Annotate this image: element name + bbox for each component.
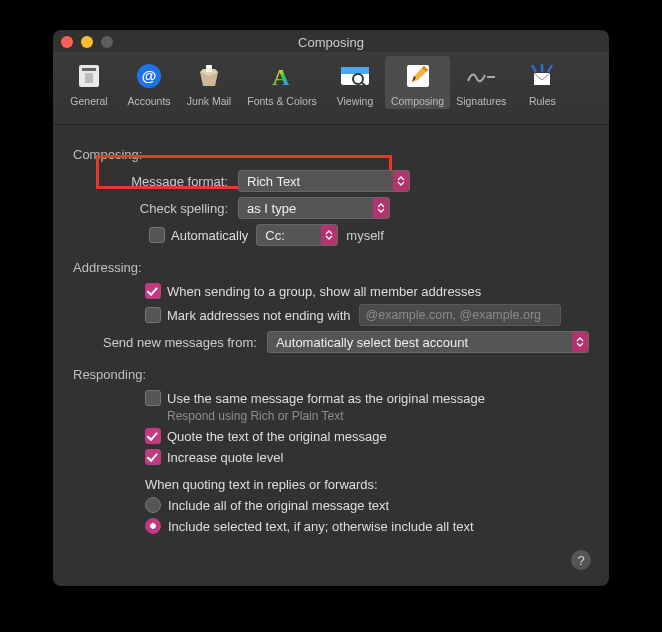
include-all-label: Include all of the original message text <box>168 498 389 513</box>
svg-rect-5 <box>206 65 212 72</box>
tab-fonts-colors[interactable]: A Fonts & Colors <box>239 56 325 109</box>
preferences-toolbar: General @ Accounts Junk Mail A Fonts & C… <box>53 52 609 125</box>
viewing-icon <box>339 60 371 92</box>
cc-value: Cc: <box>265 228 285 243</box>
mark-addresses-checkbox[interactable] <box>145 307 161 323</box>
tab-label: Viewing <box>337 95 374 107</box>
svg-rect-8 <box>341 67 369 74</box>
same-format-hint: Respond using Rich or Plain Text <box>167 409 344 423</box>
message-format-value: Rich Text <box>247 174 300 189</box>
check-spelling-popup[interactable]: as I type <box>238 197 390 219</box>
group-addresses-checkbox[interactable] <box>145 283 161 299</box>
quote-text-checkbox[interactable] <box>145 428 161 444</box>
same-format-checkbox[interactable] <box>145 390 161 406</box>
popup-arrows-icon <box>393 171 409 191</box>
tab-label: Signatures <box>456 95 506 107</box>
junk-mail-icon <box>193 60 225 92</box>
tab-signatures[interactable]: Signatures <box>450 56 512 109</box>
svg-rect-2 <box>85 73 93 83</box>
help-button[interactable]: ? <box>571 550 591 570</box>
rules-icon <box>526 60 558 92</box>
minimize-button[interactable] <box>81 36 93 48</box>
svg-text:@: @ <box>142 67 157 84</box>
cc-popup[interactable]: Cc: <box>256 224 338 246</box>
tab-label: Composing <box>391 95 444 107</box>
popup-arrows-icon <box>572 332 588 352</box>
tab-label: Fonts & Colors <box>247 95 316 107</box>
automatically-label: Automatically <box>171 228 248 243</box>
include-selected-radio[interactable] <box>145 518 161 534</box>
svg-rect-1 <box>82 68 96 71</box>
myself-label: myself <box>346 228 384 243</box>
tab-composing[interactable]: Composing <box>385 56 450 109</box>
fonts-colors-icon: A <box>266 60 298 92</box>
group-addresses-label: When sending to a group, show all member… <box>167 284 481 299</box>
tab-label: Accounts <box>127 95 170 107</box>
tab-general[interactable]: General <box>59 56 119 109</box>
close-button[interactable] <box>61 36 73 48</box>
section-responding: Responding: <box>73 367 589 382</box>
zoom-button[interactable] <box>101 36 113 48</box>
same-format-label: Use the same message format as the origi… <box>167 391 485 406</box>
include-selected-label: Include selected text, if any; otherwise… <box>168 519 474 534</box>
tab-label: Junk Mail <box>187 95 231 107</box>
general-icon <box>73 60 105 92</box>
message-format-popup[interactable]: Rich Text <box>238 170 410 192</box>
tab-accounts[interactable]: @ Accounts <box>119 56 179 109</box>
popup-arrows-icon <box>373 198 389 218</box>
send-from-popup[interactable]: Automatically select best account <box>267 331 589 353</box>
quoting-header: When quoting text in replies or forwards… <box>145 477 378 492</box>
window-title: Composing <box>53 32 609 50</box>
check-spelling-value: as I type <box>247 201 296 216</box>
increase-quote-checkbox[interactable] <box>145 449 161 465</box>
popup-arrows-icon <box>321 225 337 245</box>
message-format-label: Message format: <box>73 174 238 189</box>
tab-label: General <box>70 95 107 107</box>
tab-label: Rules <box>529 95 556 107</box>
accounts-icon: @ <box>133 60 165 92</box>
tab-rules[interactable]: Rules <box>512 56 572 109</box>
tab-viewing[interactable]: Viewing <box>325 56 385 109</box>
section-addressing: Addressing: <box>73 260 589 275</box>
signatures-icon <box>465 60 497 92</box>
svg-text:A: A <box>272 64 290 90</box>
quote-text-label: Quote the text of the original message <box>167 429 387 444</box>
increase-quote-label: Increase quote level <box>167 450 283 465</box>
check-spelling-label: Check spelling: <box>73 201 238 216</box>
mark-addresses-placeholder: @example.com, @example.org <box>366 308 541 322</box>
preferences-body: Composing: Message format: Rich Text Che… <box>53 125 609 534</box>
send-from-label: Send new messages from: <box>73 335 267 350</box>
tab-junk-mail[interactable]: Junk Mail <box>179 56 239 109</box>
titlebar: Composing <box>53 30 609 52</box>
composing-icon <box>402 60 434 92</box>
section-composing: Composing: <box>73 147 589 162</box>
preferences-window: Composing General @ Accounts Junk Mail A… <box>53 30 609 586</box>
mark-addresses-input[interactable]: @example.com, @example.org <box>359 304 561 326</box>
help-icon: ? <box>577 553 584 568</box>
window-controls <box>61 36 113 48</box>
send-from-value: Automatically select best account <box>276 335 468 350</box>
mark-addresses-label: Mark addresses not ending with <box>167 308 351 323</box>
automatically-checkbox[interactable] <box>149 227 165 243</box>
include-all-radio[interactable] <box>145 497 161 513</box>
